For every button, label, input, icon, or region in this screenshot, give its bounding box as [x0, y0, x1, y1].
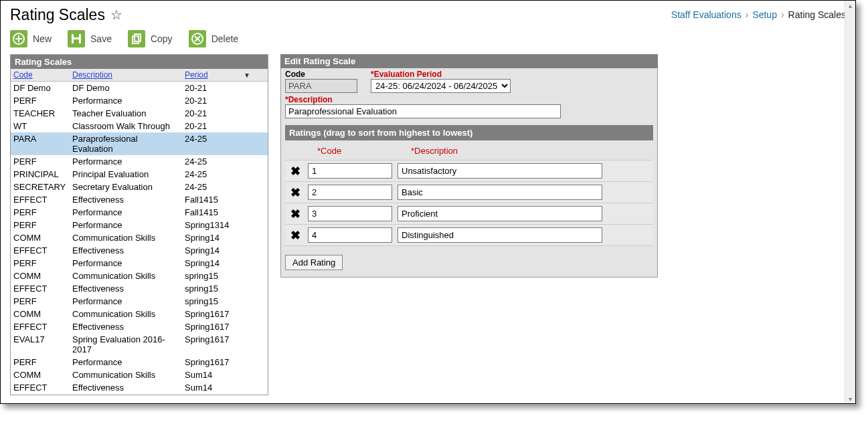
list-cell-period: Spring14 [182, 245, 253, 256]
list-header-code[interactable]: Code [11, 69, 70, 81]
list-cell-code: PARA [11, 133, 70, 154]
list-cell-code: COMM [11, 369, 70, 381]
list-row[interactable]: PERFPerformance20-21 [11, 94, 268, 107]
list-cell-description: Performance [70, 296, 182, 307]
favorite-star-icon[interactable]: ☆ [110, 7, 122, 23]
list-row[interactable]: COMMCommunication SkillsSum14 [11, 368, 268, 381]
list-row[interactable]: PERFPerformanceSpring1314 [11, 219, 268, 231]
scroll-up-icon[interactable]: ▴ [845, 1, 855, 11]
rating-row[interactable]: ✖ [285, 160, 653, 182]
list-cell-code: PRINCIPAL [11, 169, 70, 180]
list-row[interactable]: COMMCommunication SkillsSpring1617 [11, 308, 268, 320]
list-cell-code: PERF [11, 95, 70, 106]
list-cell-description: Effectiveness [70, 283, 182, 294]
rating-row[interactable]: ✖ [285, 203, 653, 225]
list-cell-code: PERF [11, 257, 70, 269]
list-cell-code: EFFECT [11, 245, 70, 256]
list-cell-description: Performance [70, 219, 182, 231]
list-cell-description: Communication Skills [70, 308, 182, 320]
delete-rating-icon[interactable]: ✖ [288, 207, 302, 221]
list-cell-code: PERF [11, 156, 70, 167]
list-cell-description: Performance [70, 95, 182, 106]
save-button[interactable]: Save [68, 30, 112, 47]
evaluation-period-select[interactable]: 24-25: 06/24/2024 - 06/24/2025 [371, 79, 511, 93]
scroll-down-icon[interactable]: ▾ [845, 394, 855, 404]
list-cell-code: TEACHER [11, 108, 70, 119]
list-cell-description: Secretary Evaluation [70, 181, 182, 193]
rating-description-input[interactable] [398, 185, 602, 200]
ratings-header-code: *Code [317, 146, 411, 156]
list-row[interactable]: PERFPerformancespring15 [11, 295, 268, 308]
list-row[interactable]: PARAParaprofessional Evaluation24-25 [11, 132, 268, 155]
list-row[interactable]: COMMCommunication Skillsspring15 [11, 270, 268, 282]
list-row[interactable]: DF DemoDF Demo20-21 [11, 82, 268, 94]
delete-rating-icon[interactable]: ✖ [288, 185, 302, 200]
rating-description-input[interactable] [398, 163, 602, 179]
description-input[interactable] [285, 104, 561, 118]
list-cell-code: PERF [11, 356, 70, 368]
list-cell-period: Spring1617 [182, 308, 253, 320]
page-scrollbar[interactable]: ▴ ▾ [845, 1, 855, 404]
rating-code-input[interactable] [308, 185, 392, 200]
page-title-text: Rating Scales [10, 6, 105, 24]
list-cell-period: 20-21 [182, 120, 253, 132]
list-header-description[interactable]: Description [70, 69, 182, 81]
list-row[interactable]: EFFECTEffectivenessFall1415 [11, 193, 268, 206]
rating-row[interactable]: ✖ [285, 224, 653, 246]
list-cell-description: Performance [70, 356, 182, 368]
list-row[interactable]: PRINCIPALPrincipal Evaluation24-25 [11, 168, 268, 181]
breadcrumb-setup[interactable]: Setup [752, 9, 777, 20]
delete-rating-icon[interactable]: ✖ [288, 228, 302, 243]
delete-rating-icon[interactable]: ✖ [288, 164, 302, 179]
list-cell-code: COMM [11, 232, 70, 243]
list-row[interactable]: EFFECTEffectivenessSpring14 [11, 244, 268, 257]
list-row[interactable]: PERFPerformance24-25 [11, 155, 268, 168]
new-button-label: New [33, 33, 52, 44]
list-row[interactable]: EFFECTEffectivenessSpring1617 [11, 320, 268, 333]
svg-rect-5 [74, 39, 79, 43]
list-row[interactable]: EFFECTEffectivenessSum14 [11, 381, 268, 394]
add-rating-button[interactable]: Add Rating [285, 255, 343, 270]
breadcrumb-current: Rating Scales [788, 9, 846, 20]
list-row[interactable]: COMMCommunication SkillsWinter1314 [11, 394, 268, 395]
list-cell-description: Communication Skills [70, 369, 182, 381]
list-cell-description: Spring Evaluation 2016-2017 [70, 334, 182, 355]
list-row[interactable]: PERFPerformanceSpring14 [11, 257, 268, 270]
description-field-label: Description [285, 95, 653, 104]
list-row[interactable]: SECRETARYSecretary Evaluation24-25 [11, 181, 268, 193]
rating-code-input[interactable] [308, 163, 392, 179]
list-row[interactable]: EVAL17Spring Evaluation 2016-2017Spring1… [11, 333, 268, 356]
rating-description-input[interactable] [398, 227, 602, 243]
copy-button[interactable]: Copy [128, 30, 173, 47]
rating-row[interactable]: ✖ [285, 181, 653, 203]
list-cell-description: DF Demo [70, 82, 182, 94]
list-cell-period: Sum14 [182, 382, 253, 393]
list-row[interactable]: TEACHERTeacher Evaluation20-21 [11, 107, 268, 120]
list-body[interactable]: DF DemoDF Demo20-21PERFPerformance20-21T… [11, 82, 268, 395]
list-cell-period: 24-25 [182, 169, 253, 180]
breadcrumb-staff-evaluations[interactable]: Staff Evaluations [671, 9, 742, 20]
code-input[interactable] [285, 79, 357, 93]
list-cell-period: Spring1617 [182, 321, 253, 332]
list-cell-period: spring15 [182, 283, 253, 294]
new-button[interactable]: New [10, 30, 52, 47]
list-row[interactable]: COMMCommunication SkillsSpring14 [11, 231, 268, 244]
list-cell-period: Spring14 [182, 257, 253, 269]
delete-button[interactable]: Delete [189, 30, 238, 47]
x-circle-icon [189, 30, 206, 47]
list-cell-description: Performance [70, 257, 182, 269]
list-cell-code: PERF [11, 219, 70, 231]
list-panel-title: Rating Scales [11, 55, 268, 69]
list-cell-period: Fall1415 [182, 194, 253, 205]
copy-icon [128, 30, 145, 47]
list-row[interactable]: WTClassroom Walk Through20-21 [11, 120, 268, 132]
rating-description-input[interactable] [398, 206, 602, 221]
list-cell-code: EFFECT [11, 283, 70, 294]
rating-code-input[interactable] [308, 206, 392, 221]
list-row[interactable]: PERFPerformanceSpring1617 [11, 356, 268, 368]
rating-code-input[interactable] [308, 227, 392, 243]
list-row[interactable]: PERFPerformanceFall1415 [11, 206, 268, 219]
list-header-period[interactable]: Period ▼ [182, 69, 253, 81]
list-row[interactable]: EFFECTEffectivenessspring15 [11, 282, 268, 295]
ratings-header-description: *Description [411, 146, 458, 156]
